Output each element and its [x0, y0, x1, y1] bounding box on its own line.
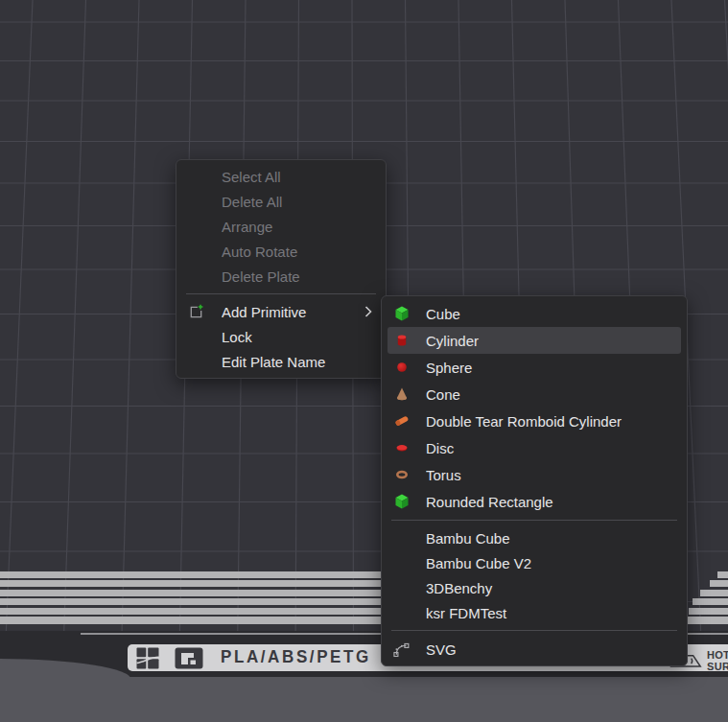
plate-stripe	[710, 580, 728, 587]
menu-item-select-all: Select All	[182, 164, 380, 189]
menu-item-arrange: Arrange	[182, 214, 380, 239]
plate-stripe	[700, 590, 728, 596]
icon-spacer	[393, 554, 410, 571]
menu-item-label: Arrange	[222, 219, 374, 235]
menu-item-delete-plate: Delete Plate	[182, 264, 380, 289]
menu-item-label: Cylinder	[426, 333, 675, 349]
menu-item-edit-plate-name[interactable]: Edit Plate Name	[182, 349, 380, 374]
menu-item-label: Disc	[426, 440, 675, 456]
warning-line1: HOT	[707, 650, 728, 662]
disc-icon	[393, 439, 410, 456]
table-surface	[0, 677, 728, 722]
menu-item-label: Bambu Cube V2	[426, 555, 675, 571]
icon-spacer	[188, 218, 204, 235]
icon-spacer	[188, 193, 204, 210]
icon-spacer	[188, 328, 204, 345]
menu-item-label: Select All	[222, 169, 374, 185]
menu-item-label: Delete All	[222, 194, 374, 210]
add-primitive-submenu: CubeCylinderSphereConeDouble Tear Romboi…	[381, 295, 688, 666]
menu-item-label: Cone	[426, 386, 675, 403]
icon-spacer	[188, 268, 204, 285]
plate-stripe	[689, 608, 728, 615]
menu-item-disc[interactable]: Disc	[387, 434, 681, 461]
icon-spacer	[188, 168, 204, 185]
menu-item-rounded-rectangle[interactable]: Rounded Rectangle	[387, 488, 681, 515]
menu-item-label: SVG	[426, 641, 675, 658]
icon-spacer	[393, 529, 410, 547]
rounded-rect-icon	[393, 493, 410, 510]
menu-separator	[391, 520, 677, 521]
add-primitive-icon	[188, 303, 204, 320]
menu-item-3dbenchy[interactable]: 3DBenchy	[387, 575, 681, 600]
menu-item-auto-rotate: Auto Rotate	[182, 239, 380, 264]
menu-item-label: Double Tear Romboid Cylinder	[426, 413, 675, 430]
menu-item-lock[interactable]: Lock	[182, 324, 380, 349]
warning-line2: SURFACE	[707, 662, 728, 673]
menu-item-ksr-fdmtest[interactable]: ksr FDMTest	[387, 600, 681, 625]
plate-stripe	[717, 571, 728, 578]
plate-context-menu: Select AllDelete AllArrangeAuto RotateDe…	[176, 159, 387, 379]
torus-icon	[393, 466, 410, 483]
menu-item-add-primitive[interactable]: Add Primitive	[182, 299, 380, 324]
menu-item-label: Torus	[426, 467, 675, 483]
menu-item-cube[interactable]: Cube	[387, 300, 681, 327]
menu-item-label: Lock	[222, 329, 374, 345]
menu-item-label: Delete Plate	[222, 268, 374, 285]
cylinder-icon	[393, 332, 410, 349]
plate-material-label: PLA/ABS/PETG	[221, 648, 371, 668]
chevron-right-icon	[364, 306, 374, 317]
menu-item-label: Rounded Rectangle	[426, 494, 675, 510]
menu-item-double-tear-romboid-cylinder[interactable]: Double Tear Romboid Cylinder	[387, 408, 681, 434]
menu-item-bambu-cube-v2[interactable]: Bambu Cube V2	[387, 550, 681, 575]
plate-stripe	[693, 598, 728, 605]
tilted-cylinder-icon	[393, 412, 410, 430]
icon-spacer	[393, 604, 410, 621]
menu-item-cone[interactable]: Cone	[387, 381, 681, 408]
menu-item-bambu-cube[interactable]: Bambu Cube	[387, 525, 681, 550]
menu-item-label: Bambu Cube	[426, 530, 675, 547]
menu-item-cylinder[interactable]: Cylinder	[387, 327, 681, 354]
icon-spacer	[188, 353, 204, 370]
bezier-curve-icon	[393, 640, 410, 658]
icon-spacer	[188, 243, 204, 260]
cube-icon	[393, 305, 410, 322]
3d-viewport[interactable]: PLA/ABS/PETG HOT SURFACE Select AllDelet…	[0, 0, 728, 722]
hot-surface-warning-text: HOT SURFACE	[707, 650, 728, 672]
menu-item-label: 3DBenchy	[426, 580, 675, 596]
icon-spacer	[393, 579, 410, 596]
menu-item-label: Edit Plate Name	[222, 354, 374, 370]
menu-item-svg[interactable]: SVG	[387, 636, 681, 663]
menu-item-delete-all: Delete All	[182, 189, 380, 214]
bambu-logo-icon	[136, 647, 159, 669]
cone-icon	[393, 385, 410, 403]
menu-item-label: Sphere	[426, 360, 675, 376]
menu-separator	[391, 630, 677, 631]
menu-item-label: Auto Rotate	[222, 244, 374, 260]
menu-item-label: Cube	[426, 306, 675, 322]
menu-item-torus[interactable]: Torus	[387, 461, 681, 488]
plate-type-icon	[175, 647, 203, 669]
menu-item-sphere[interactable]: Sphere	[387, 354, 681, 381]
menu-separator	[186, 293, 376, 294]
menu-item-label: ksr FDMTest	[426, 605, 675, 621]
menu-item-label: Add Primitive	[222, 304, 364, 320]
plate-stripe	[688, 617, 728, 624]
sphere-icon	[393, 359, 410, 376]
